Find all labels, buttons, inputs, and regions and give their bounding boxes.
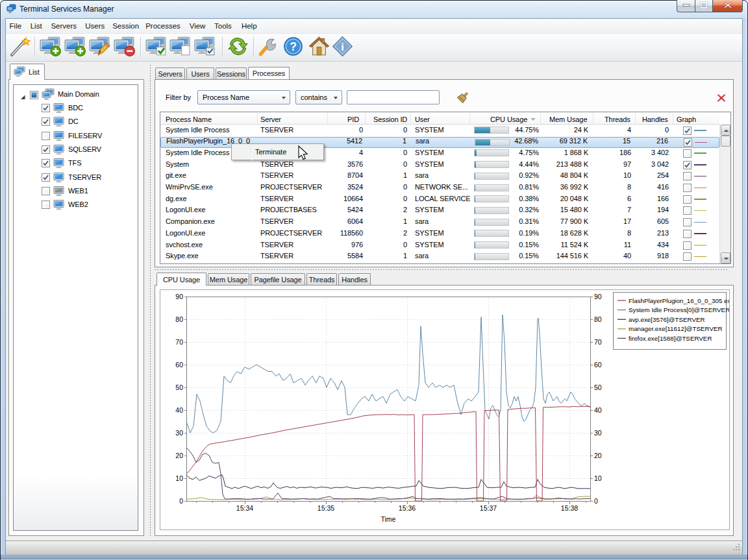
svg-text:20: 20 xyxy=(175,452,183,459)
svg-text:60: 60 xyxy=(594,361,602,369)
svg-text:90: 90 xyxy=(594,293,602,300)
svg-text:FlashPlayerPlugion_16_0_0_305: FlashPlayerPlugion_16_0_0_305 ex xyxy=(629,297,729,304)
svg-text:manager.exe[11612]@TSERVER: manager.exe[11612]@TSERVER xyxy=(629,325,723,332)
svg-text:?: ? xyxy=(290,40,297,53)
svg-text:80: 80 xyxy=(175,315,183,323)
svg-text:avp.exe[3576]@TSERVER: avp.exe[3576]@TSERVER xyxy=(629,316,705,323)
svg-text:15:35: 15:35 xyxy=(318,504,334,512)
svg-text:30: 30 xyxy=(175,429,183,437)
svg-text:40: 40 xyxy=(175,406,183,414)
svg-text:0: 0 xyxy=(179,497,183,505)
svg-text:10: 10 xyxy=(594,474,602,482)
svg-text:30: 30 xyxy=(594,429,602,437)
svg-text:20: 20 xyxy=(594,452,602,459)
svg-text:15:34: 15:34 xyxy=(236,504,253,512)
svg-text:Time: Time xyxy=(381,515,396,523)
svg-text:0: 0 xyxy=(594,497,598,505)
svg-text:80: 80 xyxy=(594,315,602,323)
svg-text:90: 90 xyxy=(175,293,183,300)
svg-text:60: 60 xyxy=(175,361,183,369)
svg-text:50: 50 xyxy=(175,383,183,391)
svg-text:15:36: 15:36 xyxy=(399,504,416,512)
svg-text:70: 70 xyxy=(594,338,602,346)
svg-text:System Idle Process[0]@TSERVER: System Idle Process[0]@TSERVER xyxy=(629,306,729,313)
svg-text:firefox.exe[1588]@TSERVER: firefox.exe[1588]@TSERVER xyxy=(629,335,712,342)
svg-text:i: i xyxy=(341,41,344,53)
svg-text:15:38: 15:38 xyxy=(561,504,578,512)
svg-text:10: 10 xyxy=(175,474,183,482)
svg-text:70: 70 xyxy=(175,338,183,346)
svg-text:15:37: 15:37 xyxy=(480,504,497,512)
svg-text:40: 40 xyxy=(594,406,602,414)
svg-text:50: 50 xyxy=(594,383,602,391)
